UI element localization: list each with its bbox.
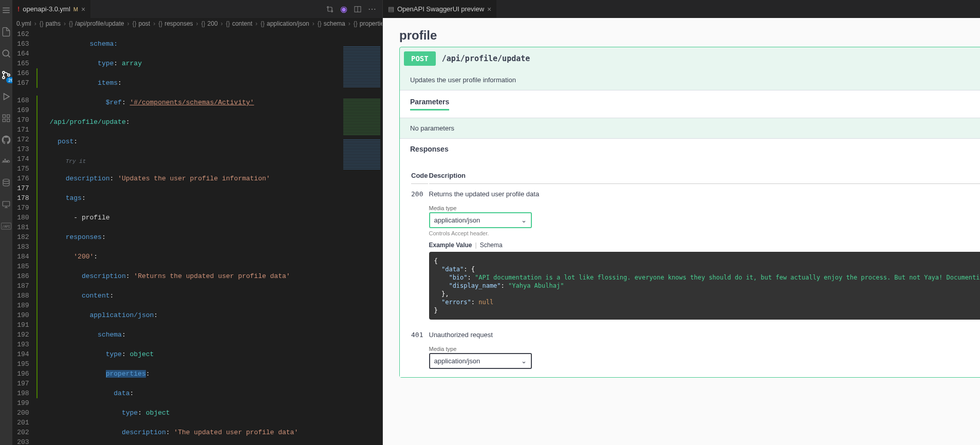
preview-tab-title: OpenAPI SwaggerUI preview: [397, 5, 484, 13]
svg-point-23: [327, 6, 329, 8]
explorer-icon[interactable]: [0, 26, 12, 38]
svg-marker-8: [4, 94, 10, 100]
yaml-file-icon: !: [17, 5, 20, 13]
docker-icon[interactable]: [0, 155, 12, 168]
swagger-preview[interactable]: profile POST /api/profile/update Updates…: [383, 18, 980, 445]
extensions-icon[interactable]: [0, 112, 12, 124]
preview-tab[interactable]: ▤ OpenAPI SwaggerUI preview ×: [383, 0, 496, 18]
controls-accept-note: Controls Accept header.: [429, 230, 981, 236]
tab-modified-indicator: M: [73, 6, 78, 12]
svg-point-6: [3, 77, 5, 79]
api-icon[interactable]: /API: [0, 220, 12, 232]
col-desc: Description: [429, 168, 981, 184]
operation-description: Updates the user profile information: [400, 70, 980, 90]
schema-tab[interactable]: Schema: [480, 242, 503, 249]
copilot-icon[interactable]: ◉: [340, 4, 347, 14]
svg-rect-16: [5, 159, 6, 160]
search-icon[interactable]: [0, 47, 12, 60]
no-parameters-text: No parameters: [400, 118, 980, 138]
activity-bar: 26 /API: [0, 0, 12, 445]
minimap[interactable]: [341, 43, 382, 445]
media-type-label: Media type: [429, 205, 981, 211]
preview-pane: ▤ OpenAPI SwaggerUI preview × ⋯ profile …: [382, 0, 980, 445]
split-editor-icon[interactable]: [354, 5, 362, 13]
tab-filename: openapi-3.0.yml: [23, 5, 70, 13]
editor-tab-openapi[interactable]: ! openapi-3.0.yml M ×: [12, 0, 90, 18]
operation-path: /api/profile/update: [442, 54, 530, 63]
code-editor[interactable]: 1621631641651661671681691701711721731741…: [12, 29, 382, 445]
breadcrumbs[interactable]: 0.yml› {}paths› {}/api/profile/update› {…: [12, 18, 382, 29]
svg-point-5: [3, 71, 5, 73]
svg-rect-14: [5, 160, 6, 162]
response-200-desc: Returns the updated user profile data: [429, 190, 981, 198]
github-icon[interactable]: [0, 134, 12, 146]
preview-tab-close-icon[interactable]: ×: [487, 5, 491, 13]
response-401-desc: Unauthorized request: [429, 331, 981, 339]
code-content[interactable]: schema: type: array items: $ref: '#/comp…: [38, 29, 382, 445]
svg-rect-18: [3, 201, 10, 206]
svg-point-24: [331, 10, 333, 12]
source-control-icon[interactable]: 26: [0, 69, 12, 81]
responses-table: Code Description Links 200 Returns the u…: [410, 166, 980, 375]
svg-text:/API: /API: [2, 225, 10, 229]
menu-icon[interactable]: [0, 4, 12, 16]
parameters-heading: Parameters: [410, 98, 449, 110]
chevron-down-icon: ⌄: [521, 216, 527, 224]
tag-title: profile: [399, 28, 437, 43]
svg-point-7: [8, 74, 10, 76]
svg-line-4: [8, 55, 10, 58]
chevron-down-icon: ⌄: [521, 357, 527, 365]
example-value-tab[interactable]: Example Value: [429, 242, 472, 249]
svg-rect-10: [7, 115, 10, 117]
media-type-select-401[interactable]: application/json ⌄: [429, 353, 532, 369]
preview-icon: ▤: [388, 5, 394, 13]
response-row-401: 401 Unauthorized request Media type appl…: [411, 326, 980, 374]
svg-rect-9: [3, 115, 5, 117]
svg-rect-13: [3, 160, 4, 162]
media-type-select-200[interactable]: application/json ⌄: [429, 212, 532, 228]
database-icon[interactable]: [0, 177, 12, 189]
svg-point-17: [3, 179, 9, 182]
http-method-badge: POST: [404, 51, 436, 66]
line-gutter: 1621631641651661671681691701711721731741…: [12, 29, 36, 445]
response-row-200: 200 Returns the updated user profile dat…: [411, 185, 980, 325]
svg-rect-11: [3, 119, 5, 122]
more-actions-icon[interactable]: ⋯: [368, 4, 376, 14]
media-type-label-401: Media type: [429, 346, 981, 352]
remote-icon[interactable]: [0, 198, 12, 211]
responses-heading: Responses: [410, 145, 449, 153]
operation-summary[interactable]: POST /api/profile/update: [400, 47, 980, 70]
run-icon[interactable]: [0, 90, 12, 103]
svg-point-3: [3, 50, 9, 56]
editor-pane: ! openapi-3.0.yml M × ◉ ⋯ 0.yml›: [12, 0, 382, 445]
svg-rect-12: [7, 119, 10, 122]
git-compare-icon[interactable]: [326, 5, 334, 13]
operation-block: POST /api/profile/update Updates the use…: [399, 47, 980, 378]
tab-close-icon[interactable]: ×: [81, 5, 85, 13]
col-code: Code: [411, 168, 428, 184]
example-json-box: { "data": { "bio": "API documentation is…: [429, 252, 981, 320]
